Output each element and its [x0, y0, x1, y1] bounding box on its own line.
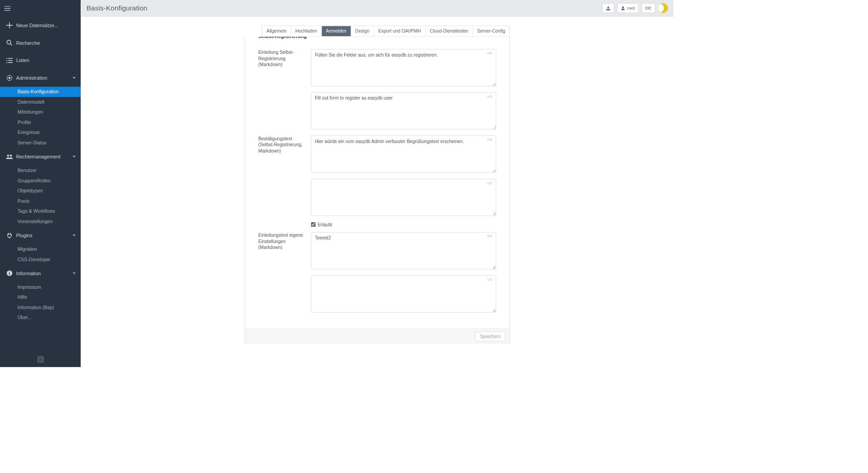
- lang-button[interactable]: DE: [642, 3, 656, 13]
- nav-lists[interactable]: Listen: [0, 52, 81, 69]
- nav-label: Rechtemanagement: [16, 154, 61, 159]
- nav-administration[interactable]: Administration: [0, 69, 81, 87]
- tab-hochladen[interactable]: Hochladen: [291, 26, 322, 36]
- nav-sub-objekttypen[interactable]: Objekttypen: [0, 186, 81, 196]
- lang-badge-de: DE: [487, 234, 493, 239]
- user-label: root: [627, 5, 635, 10]
- nav-sub-css-developer[interactable]: CSS-Developer: [0, 254, 81, 265]
- svg-point-3: [10, 154, 12, 157]
- svg-point-1: [9, 77, 11, 79]
- lang-badge-us: US: [487, 181, 493, 185]
- page-title: Basis-Konfiguration: [86, 4, 148, 12]
- gear-icon: [5, 75, 14, 81]
- chevron-down-icon: [72, 156, 76, 158]
- checkbox-erlaubt-row[interactable]: Erlaubt: [311, 222, 496, 227]
- nav-sub-server-status[interactable]: Server-Status: [0, 138, 81, 148]
- nav-sub-information-bsp[interactable]: Information (Bsp): [0, 302, 81, 313]
- svg-point-0: [7, 40, 11, 44]
- input-own-de[interactable]: [311, 232, 496, 269]
- tab-export-oai[interactable]: Export und OAI/PMH: [374, 26, 426, 36]
- nav-sub-ueber[interactable]: Über...: [0, 313, 81, 323]
- main: Basis-Konfiguration root DE: [81, 0, 673, 367]
- plus-icon: [5, 22, 14, 29]
- nav-sub-basis-konfiguration[interactable]: Basis-Konfiguration: [0, 87, 81, 97]
- input-intro-us[interactable]: [311, 92, 496, 129]
- nav-sub-datenmodell[interactable]: Datenmodell: [0, 97, 81, 107]
- nav-plugins[interactable]: Plugins: [0, 227, 81, 244]
- svg-rect-5: [9, 272, 10, 275]
- input-confirm-de[interactable]: [311, 136, 496, 173]
- nav-sub-benutzer[interactable]: Benutzer: [0, 165, 81, 176]
- input-confirm-us[interactable]: [311, 179, 496, 216]
- label-einleitungstext-eigene: Einleitungstext eigene Einstellungen (Ma…: [258, 232, 311, 314]
- nav-sub-gruppen-rollen[interactable]: Gruppen/Rollen: [0, 176, 81, 186]
- label-einleitung-selbst-registrierung: Einleitung Selbst-Registrierung (Markdow…: [258, 49, 311, 131]
- nav-sub-hilfe[interactable]: Hilfe: [0, 292, 81, 303]
- lang-badge-de: DE: [487, 51, 493, 55]
- nav-information[interactable]: Information: [0, 264, 81, 282]
- lang-label: DE: [645, 5, 651, 10]
- header: Basis-Konfiguration root DE: [81, 0, 673, 16]
- nav-label: Neue Datensätze...: [16, 23, 58, 28]
- svg-point-2: [7, 154, 10, 157]
- tab-allgemein[interactable]: Allgemein: [262, 26, 291, 36]
- info-icon: [5, 270, 14, 277]
- nav-label: Information: [16, 271, 41, 276]
- nav-sub-profile[interactable]: Profile: [0, 117, 81, 128]
- user-button[interactable]: root: [617, 3, 639, 13]
- label-empty: [258, 222, 311, 227]
- chevron-down-icon: [72, 234, 76, 237]
- nav-rechtemanagement[interactable]: Rechtemanagement: [0, 148, 81, 166]
- nav-sub-tags-workflows[interactable]: Tags & Workflows: [0, 206, 81, 217]
- input-intro-de[interactable]: [311, 49, 496, 86]
- checkbox-erlaubt[interactable]: [311, 222, 316, 227]
- panel-scroll[interactable]: Selbst-Registrierung Einleitung Selbst-R…: [245, 37, 509, 344]
- user-icon: [621, 6, 625, 10]
- nav-search[interactable]: Recherche: [0, 34, 81, 52]
- nav-sub-ereignisse[interactable]: Ereignisse: [0, 128, 81, 138]
- nav-label: Recherche: [16, 40, 40, 45]
- tabs: Allgemein Hochladen Anmelden Design Expo…: [262, 26, 510, 37]
- svg-point-7: [622, 6, 624, 8]
- config-panel: Selbst-Registrierung Einleitung Selbst-R…: [245, 37, 510, 344]
- download-button[interactable]: [602, 3, 614, 13]
- plug-icon: [5, 232, 14, 239]
- save-bar: Speichern: [245, 329, 509, 344]
- svg-rect-6: [9, 272, 10, 272]
- section-title: Selbst-Registrierung: [258, 37, 496, 39]
- hamburger-icon[interactable]: [4, 6, 10, 11]
- chevron-down-icon: [72, 77, 76, 79]
- input-own-us[interactable]: [311, 275, 496, 312]
- nav-label: Plugins: [16, 233, 33, 238]
- nav-sub-pools[interactable]: Pools: [0, 196, 81, 206]
- app-logo: [658, 3, 668, 13]
- nav-label: Listen: [16, 57, 29, 63]
- list-icon: [5, 58, 14, 63]
- tab-design[interactable]: Design: [351, 26, 374, 36]
- label-bestaetigungstext: Bestätigungstext (Selbst-Registrierung, …: [258, 136, 311, 217]
- save-button[interactable]: Speichern: [475, 331, 505, 341]
- lang-badge-us: US: [487, 95, 493, 99]
- download-icon: [606, 6, 610, 10]
- tab-cloud-dienstleister[interactable]: Cloud-Dienstleister: [426, 26, 473, 36]
- search-icon: [5, 40, 14, 46]
- nav-new-records[interactable]: Neue Datensätze...: [0, 16, 81, 34]
- sidebar: Neue Datensätze... Recherche Listen Admi…: [0, 0, 81, 367]
- nav-sub-migration[interactable]: Migration: [0, 244, 81, 254]
- nav-sub-voreinstellungen[interactable]: Voreinstellungen: [0, 216, 81, 227]
- lang-badge-us: US: [487, 277, 493, 282]
- checkbox-erlaubt-label: Erlaubt: [318, 222, 332, 227]
- chevron-down-icon: [72, 272, 76, 274]
- nav-sub-mitteilungen[interactable]: Mitteilungen: [0, 107, 81, 118]
- footer-badge-icon: p: [37, 356, 44, 363]
- lang-badge-de: DE: [487, 138, 493, 142]
- nav-sub-impressum[interactable]: Impressum: [0, 282, 81, 292]
- tab-anmelden[interactable]: Anmelden: [321, 26, 351, 36]
- tab-server-config[interactable]: Server-Config: [473, 26, 509, 36]
- users-icon: [5, 154, 14, 159]
- nav-label: Administration: [16, 75, 48, 81]
